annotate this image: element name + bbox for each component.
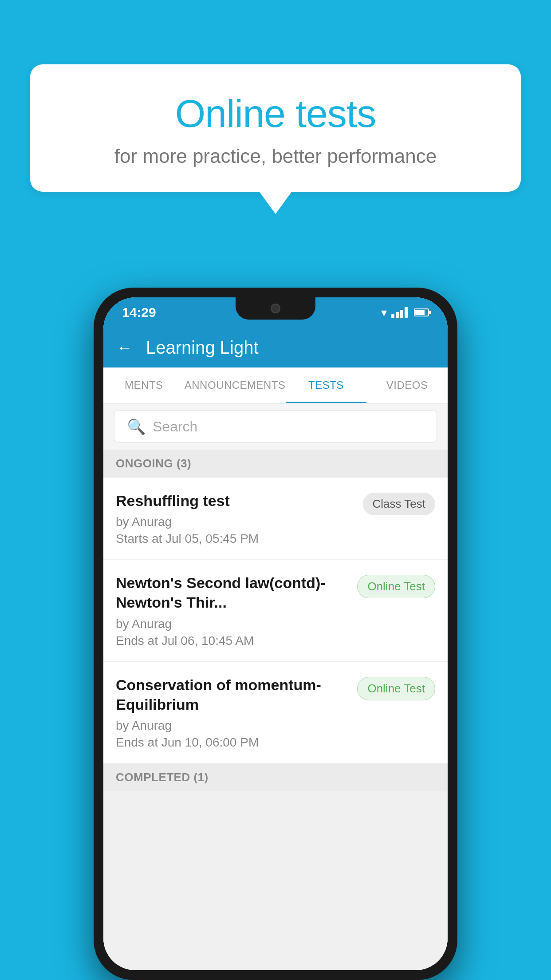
test-item[interactable]: Reshuffling test by Anurag Starts at Jul… [103,478,448,560]
tab-announcements[interactable]: ANNOUNCEMENTS [185,368,286,403]
test-badge: Online Test [357,677,435,700]
tab-tests[interactable]: TESTS [286,368,367,403]
test-time: Ends at Jun 10, 06:00 PM [116,735,348,750]
test-time: Ends at Jul 06, 10:45 AM [116,634,348,648]
back-button[interactable]: ← [117,338,133,357]
tabs-container: MENTS ANNOUNCEMENTS TESTS VIDEOS [103,368,448,403]
status-icons: ▾ [381,306,429,320]
phone-frame: 14:29 ▾ [94,288,457,980]
test-info: Conservation of momentum-Equilibrium by … [116,675,348,750]
speech-bubble-title: Online tests [66,91,485,136]
notch [236,297,315,320]
search-bar[interactable]: 🔍 Search [114,411,437,443]
test-info: Newton's Second law(contd)-Newton's Thir… [116,573,348,648]
battery-fill [415,310,425,315]
speech-bubble: Online tests for more practice, better p… [30,64,521,192]
phone-screen: 14:29 ▾ [103,297,448,970]
speech-bubble-subtitle: for more practice, better performance [66,145,485,167]
test-item[interactable]: Newton's Second law(contd)-Newton's Thir… [103,560,448,661]
app-header: ← Learning Light [103,328,448,368]
speech-bubble-arrow [259,191,292,214]
search-container: 🔍 Search [103,403,448,450]
search-input[interactable]: Search [153,419,197,435]
test-item[interactable]: Conservation of momentum-Equilibrium by … [103,662,448,763]
content-area: 🔍 Search ONGOING (3) Reshuffling test by… [103,403,448,970]
test-time: Starts at Jul 05, 05:45 PM [116,532,354,546]
completed-section-header: COMPLETED (1) [103,763,448,791]
test-badge: Class Test [363,493,435,515]
tab-ments[interactable]: MENTS [103,368,185,403]
test-badge: Online Test [357,575,435,598]
test-name: Newton's Second law(contd)-Newton's Thir… [116,573,348,612]
app-title: Learning Light [146,338,259,358]
test-name: Reshuffling test [116,491,354,510]
tab-videos[interactable]: VIDEOS [366,368,448,403]
speech-bubble-wrapper: Online tests for more practice, better p… [30,64,521,214]
test-by: by Anurag [116,515,354,529]
search-icon: 🔍 [127,418,146,435]
test-by: by Anurag [116,719,348,733]
camera-icon [271,304,280,313]
signal-icon [391,307,408,318]
test-name: Conservation of momentum-Equilibrium [116,675,348,714]
ongoing-section-header: ONGOING (3) [103,450,448,478]
test-info: Reshuffling test by Anurag Starts at Jul… [116,491,354,546]
phone-wrapper: 14:29 ▾ [94,288,457,980]
test-by: by Anurag [116,617,348,631]
wifi-icon: ▾ [381,306,387,320]
status-time: 14:29 [122,305,156,320]
battery-icon [414,308,429,316]
